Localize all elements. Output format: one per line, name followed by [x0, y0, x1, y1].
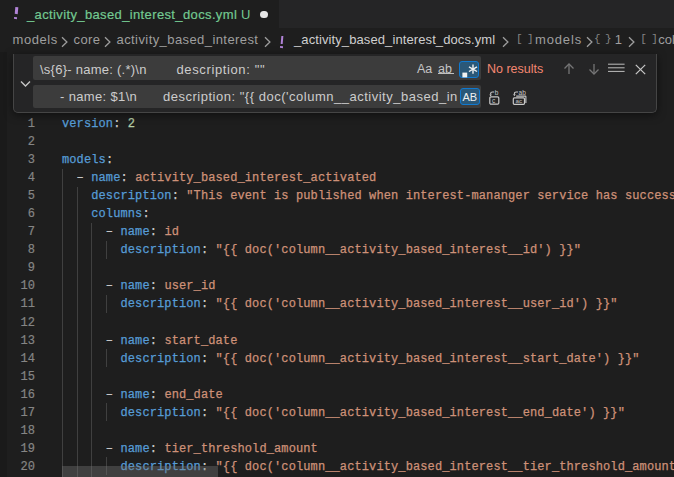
svg-text:b: b [495, 90, 499, 96]
svg-text:c: c [492, 96, 496, 103]
svg-text:ac: ac [515, 97, 522, 104]
svg-text:ab: ab [518, 90, 526, 96]
